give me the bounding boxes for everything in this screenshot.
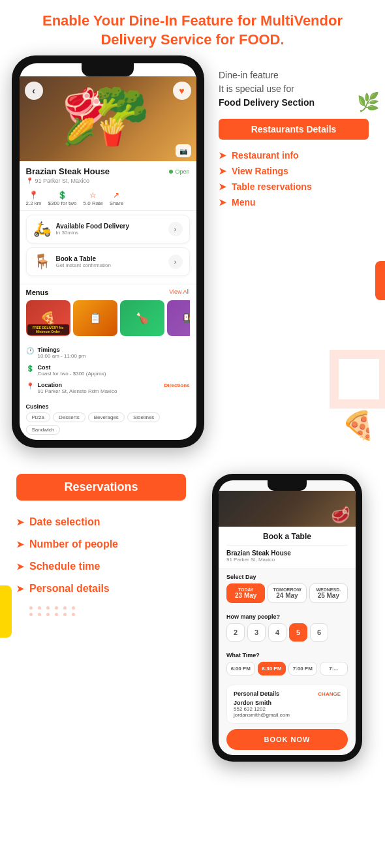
tag-beverages[interactable]: Beverages [88,412,125,422]
phone1-notch [82,63,134,76]
header: Enable Your Dine-In Feature for MultiVen… [0,0,385,55]
deco-dots-bottom [29,606,186,616]
table-card[interactable]: 🪑 Book a Table Get instant confirmation … [26,247,190,276]
dine-description: Dine-in feature It is special use for Fo… [219,69,369,110]
menu-images: 🍕 FREE DELIVERY No Minimum Order 📋 🍗 🍱 [26,300,190,336]
feature-menu: ➤ Menu [219,194,369,210]
day-today[interactable]: TODAY 23 May [226,583,265,603]
people-6[interactable]: 6 [310,623,328,642]
book-now-button[interactable]: BOOK NOW [226,729,348,750]
menu-image-pizza: 🍕 FREE DELIVERY No Minimum Order [26,300,70,336]
time-selector: 6:00 PM 6:30 PM 7:00 PM 7:... [226,662,348,675]
cost-row: 💲 Cost Coast for two - $300 (Approx) [26,362,190,379]
distance-icon: 📍 [29,191,38,200]
table-arrow[interactable]: › [168,255,183,269]
deco-dot [63,606,67,610]
restaurants-details-label: Restaurants Details [219,119,369,140]
table-icon: 🪑 [33,253,51,270]
share-icon: ↗ [113,191,119,200]
favorite-button[interactable]: ♥ [173,82,191,100]
menu-image-3: 🍱 [167,300,190,336]
card-row: 🛵 Available Food Delivery In 30mins › 🪑 … [20,211,196,285]
location-icon: 📍 [26,178,33,184]
back-button[interactable]: ‹ [25,82,43,100]
deco-yellow-strip [0,585,12,638]
people-3[interactable]: 3 [247,623,266,642]
menus-section: Menus View All 🍕 FREE DELIVERY No Minimu… [20,285,196,340]
table-text: Book a Table Get instant confirmation [56,255,163,268]
personal-details-card: Personal Details CHANGE Jordon Smith 552… [226,685,348,724]
people-4[interactable]: 4 [268,623,286,642]
phone2-frame: 🥩 Book a Table Brazian Steak House 91 Pa… [212,474,362,762]
feature-table-reservations: ➤ Table reservations [219,179,369,194]
restaurant-address: 📍 91 Parker St, Maxico [26,178,190,184]
reservations-panel: Reservations ➤ Date selection ➤ Number o… [7,467,196,762]
tags-row: Pizza Desserts Beverages Sidelines Sandw… [26,412,190,435]
deco-dot [29,613,33,616]
people-5[interactable]: 5 [289,623,307,642]
delivery-card[interactable]: 🛵 Available Food Delivery In 30mins › [26,215,190,243]
phone1-frame: ‹ ♥ 🥩🥦 📷 Brazian Steak House Open [12,55,204,448]
open-status: Open [169,168,189,175]
time-700pm[interactable]: 7:00 PM [288,662,317,675]
rate-stat: ☆ 5.0 Rate [84,191,103,206]
delivery-arrow[interactable]: › [168,222,183,236]
feature-number-people: ➤ Number of people [16,533,186,555]
star-icon: ☆ [89,191,97,200]
location-content: Location Directions 91 Parker St, Alenst… [38,382,190,394]
phone2-food-image: 🥩 [219,491,356,527]
distance-stat: 📍 2.2 km [26,191,42,206]
phone2-notch [268,480,307,491]
right-panel: Dine-in feature It is special use for Fo… [209,55,378,448]
deco-dot [55,613,58,616]
bottom-section: Reservations ➤ Date selection ➤ Number o… [0,461,385,768]
deco-dot [38,606,41,610]
reservation-feature-list: ➤ Date selection ➤ Number of people ➤ Sc… [16,511,186,600]
phone2-food-emoji: 🥩 [331,506,350,524]
delivery-icon: 🛵 [33,221,51,238]
time-section: What Time? 6:00 PM 6:30 PM 7:00 PM 7:... [219,647,356,681]
location-detail-icon: 📍 [26,382,34,390]
location-row: 📍 Location Directions 91 Parker St, Alen… [26,379,190,397]
cost-icon: 💲 [57,191,67,200]
day-selector: TODAY 23 May TOMORROW 24 May WEDNESD. 25… [226,583,348,603]
timings-content: Timings 10:00 am - 11:00 pm [38,347,190,359]
top-section: 🌿 ‹ ♥ 🥩🥦 📷 Brazian Steak House [0,55,385,454]
tag-sidelines[interactable]: Sidelines [127,412,160,422]
share-stat[interactable]: ↗ Share [110,191,123,206]
arrow-icon-2: ➤ [219,166,226,176]
cuisines-section: Cusines Pizza Desserts Beverages Sidelin… [20,401,196,440]
day-tomorrow[interactable]: TOMORROW 24 May [268,583,306,603]
time-600pm[interactable]: 6:00 PM [226,662,255,675]
photo-icon: 📷 [176,144,191,157]
deco-orange-strip [375,261,385,300]
restaurant-info: Brazian Steak House Open 📍 91 Parker St,… [20,161,196,187]
food-image-area: ‹ ♥ 🥩🥦 📷 [20,76,196,161]
menu-image-2: 🍗 [120,300,164,336]
tag-pizza[interactable]: Pizza [26,412,51,422]
deco-dot [38,613,41,616]
header-title: Enable Your Dine-In Feature for MultiVen… [20,12,365,49]
arrow-icon-date: ➤ [16,517,24,527]
feature-schedule-time: ➤ Schedule time [16,555,186,578]
phone2-container: 🥩 Book a Table Brazian Steak House 91 Pa… [196,467,378,762]
arrow-icon-1: ➤ [219,150,226,161]
details-section: 🕐 Timings 10:00 am - 11:00 pm 💲 Cost Coa… [20,340,196,401]
arrow-icon-personal: ➤ [16,583,24,594]
people-2[interactable]: 2 [226,623,245,642]
phone1-screen: ‹ ♥ 🥩🥦 📷 Brazian Steak House Open [20,63,196,440]
deco-dot [55,606,58,610]
day-selection-section: Select Day TODAY 23 May TOMORROW 24 May … [219,568,356,608]
phone1-container: ‹ ♥ 🥩🥦 📷 Brazian Steak House Open [7,55,209,448]
day-wednesday[interactable]: WEDNESD. 25 May [309,583,348,603]
free-delivery-badge: FREE DELIVERY No Minimum Order [27,324,69,335]
restaurant-name: Brazian Steak House [26,166,110,176]
time-630pm[interactable]: 6:30 PM [258,662,286,675]
cost-detail-icon: 💲 [26,365,34,372]
tag-desserts[interactable]: Desserts [53,412,85,422]
clock-icon: 🕐 [26,347,34,354]
delivery-text: Available Food Delivery In 30mins [56,223,163,236]
time-more[interactable]: 7:... [320,662,348,675]
booking-header: Book a Table Brazian Steak House 91 Park… [219,527,356,568]
tag-sandwich[interactable]: Sandwich [26,425,61,435]
